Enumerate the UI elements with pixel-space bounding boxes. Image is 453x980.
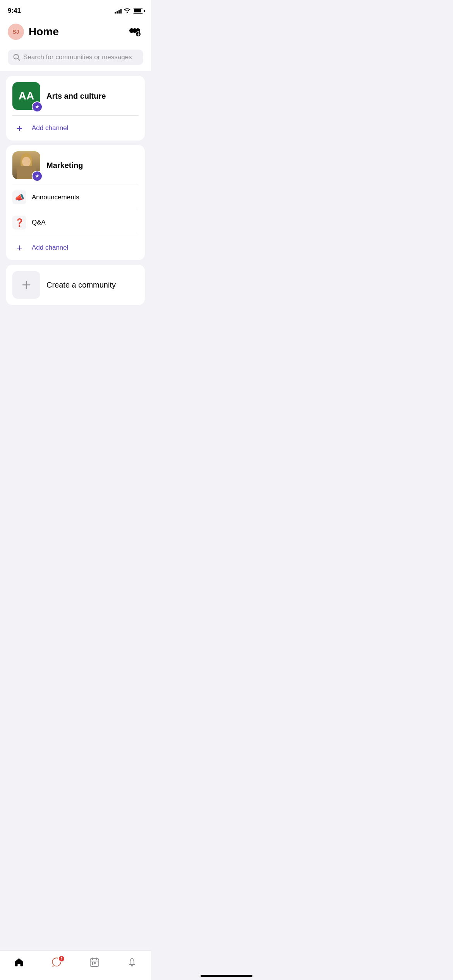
search-placeholder: Search for communities or messages	[23, 53, 132, 61]
status-time: 9:41	[8, 7, 21, 15]
channel-item-announcements[interactable]: 📣 Announcements	[6, 185, 145, 210]
status-icons	[115, 8, 143, 14]
community-logo-arts: AA	[12, 82, 40, 110]
community-logo-marketing	[12, 151, 40, 179]
avatar[interactable]: SJ	[8, 24, 24, 40]
add-channel-marketing-label: Add channel	[32, 244, 69, 252]
badge-icon	[34, 104, 40, 110]
add-channel-arts-label: Add channel	[32, 124, 69, 132]
add-channel-plus-icon: +	[12, 121, 26, 135]
new-community-button[interactable]	[126, 23, 143, 40]
marketing-name: Marketing	[46, 161, 83, 170]
community-card-arts-culture[interactable]: AA Arts and culture + Add channel	[6, 76, 145, 140]
qanda-name: Q&A	[32, 219, 46, 226]
search-input-wrapper[interactable]: Search for communities or messages	[8, 50, 143, 65]
status-bar: 9:41	[0, 0, 151, 19]
search-bar: Search for communities or messages	[0, 46, 151, 71]
signal-icon	[115, 8, 122, 14]
page-title: Home	[29, 26, 59, 38]
header: SJ Home	[0, 19, 151, 46]
community-badge-marketing	[32, 171, 43, 182]
badge-icon	[34, 173, 40, 179]
add-channel-marketing[interactable]: + Add channel	[6, 235, 145, 260]
svg-line-8	[18, 58, 20, 60]
content-area: AA Arts and culture + Add channel	[0, 71, 151, 310]
add-community-icon	[128, 26, 142, 37]
create-community-icon	[12, 271, 40, 299]
battery-icon	[133, 9, 143, 14]
add-channel-arts[interactable]: + Add channel	[6, 116, 145, 140]
search-icon	[13, 54, 20, 61]
announcements-icon: 📣	[12, 190, 26, 204]
community-card-marketing[interactable]: Marketing 📣 Announcements ❓ Q&A + Add ch…	[6, 145, 145, 260]
announcements-name: Announcements	[32, 194, 79, 201]
channel-item-qanda[interactable]: ❓ Q&A	[6, 210, 145, 235]
community-header-arts: AA Arts and culture	[6, 76, 145, 115]
wifi-icon	[124, 8, 130, 14]
community-badge-arts	[32, 101, 43, 112]
create-community-label: Create a community	[46, 281, 116, 290]
header-left: SJ Home	[8, 24, 59, 40]
create-plus-icon	[21, 279, 32, 291]
qanda-icon: ❓	[12, 216, 26, 230]
create-community-card[interactable]: Create a community	[6, 265, 145, 305]
community-header-marketing: Marketing	[6, 145, 145, 185]
arts-culture-name: Arts and culture	[46, 92, 106, 101]
add-channel-marketing-plus-icon: +	[12, 241, 26, 255]
